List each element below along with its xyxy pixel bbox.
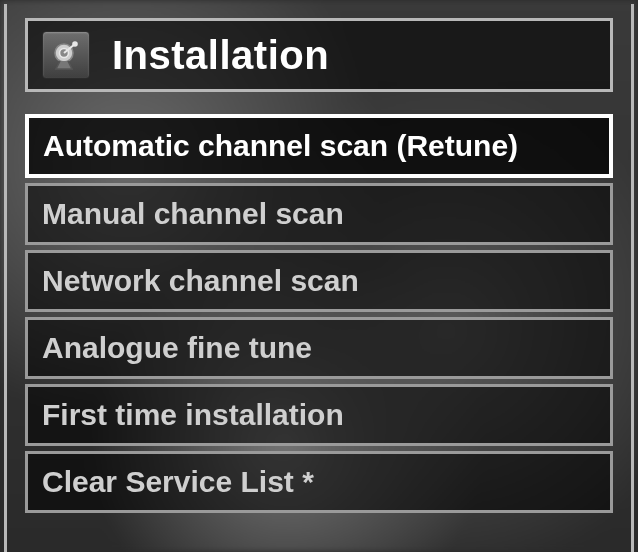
menu-panel: Installation Automatic channel scan (Ret… [7,4,631,523]
menu-item-analogue-fine-tune[interactable]: Analogue fine tune [25,317,613,379]
menu-item-label: Analogue fine tune [42,331,312,364]
menu-item-manual-scan[interactable]: Manual channel scan [25,183,613,245]
page-title: Installation [112,33,329,78]
menu-item-label: First time installation [42,398,344,431]
menu-item-first-time-install[interactable]: First time installation [25,384,613,446]
menu-item-clear-service-list[interactable]: Clear Service List * [25,451,613,513]
menu-item-label: Clear Service List * [42,465,314,498]
menu-item-network-scan[interactable]: Network channel scan [25,250,613,312]
title-bar: Installation [25,18,613,92]
dish-icon [42,31,90,79]
menu-list: Automatic channel scan (Retune) Manual c… [25,114,613,513]
menu-item-label: Network channel scan [42,264,359,297]
menu-item-label: Manual channel scan [42,197,344,230]
menu-item-auto-scan[interactable]: Automatic channel scan (Retune) [25,114,613,178]
menu-item-label: Automatic channel scan (Retune) [43,129,518,162]
menu-panel-frame: Installation Automatic channel scan (Ret… [4,4,634,552]
svg-point-3 [73,42,77,46]
